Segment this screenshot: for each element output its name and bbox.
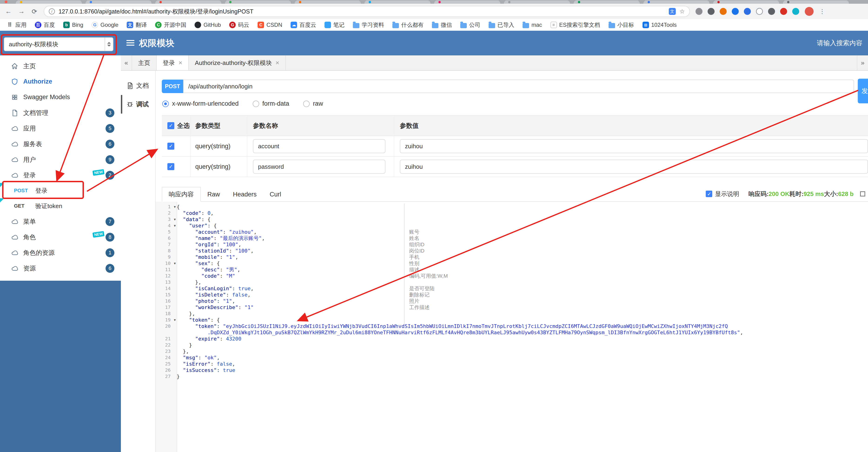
browser-tab[interactable] xyxy=(365,0,431,4)
doc-tab-home[interactable]: 主页 xyxy=(132,55,157,70)
ring-extension-icon[interactable] xyxy=(756,8,763,15)
content-type-option-2[interactable]: raw xyxy=(303,100,323,107)
fold-arrow-icon[interactable]: ▾ xyxy=(174,223,176,229)
browser-tab[interactable] xyxy=(644,0,710,4)
line-number[interactable]: 2 xyxy=(156,210,177,216)
doc-mode-debug[interactable]: 调试 xyxy=(121,95,155,114)
sidebar-api-post-login[interactable]: POST登录 xyxy=(0,183,121,198)
param-name-input[interactable] xyxy=(253,160,385,174)
browser-tab[interactable] xyxy=(783,0,849,4)
content-type-option-0[interactable]: x-www-form-urlencoded xyxy=(162,100,239,107)
sidebar-item-role[interactable]: 角色NEW8 xyxy=(0,229,121,245)
bookmark-item-3[interactable]: GGoogle xyxy=(92,22,118,28)
line-number[interactable]: 15 xyxy=(156,292,177,298)
doc-tab-login[interactable]: 登录× xyxy=(157,55,189,70)
grid-extension-icon[interactable] xyxy=(708,8,715,15)
orange-extension-icon[interactable] xyxy=(720,8,727,15)
browser-tab[interactable] xyxy=(434,0,500,4)
sidebar-api-get-verify-token[interactable]: GET验证token xyxy=(0,198,121,214)
param-value-input[interactable] xyxy=(400,160,868,174)
bookmark-item-7[interactable]: G码云 xyxy=(229,21,249,29)
bookmark-item-15[interactable]: 已导入 xyxy=(489,21,514,29)
line-number[interactable]: 23 xyxy=(156,348,177,355)
close-window-button[interactable] xyxy=(5,0,7,3)
line-number[interactable]: 19▾ xyxy=(156,317,177,323)
sidebar-item-menu[interactable]: 菜单7 xyxy=(0,214,121,229)
forward-icon[interactable]: → xyxy=(18,8,25,15)
response-tab-1[interactable]: Raw xyxy=(201,187,226,202)
line-number[interactable]: 17 xyxy=(156,304,177,310)
fold-arrow-icon[interactable]: ▾ xyxy=(174,317,176,323)
param-checkbox[interactable] xyxy=(167,143,174,150)
url-text[interactable]: 127.0.0.1:8760/api/gate/doc.html#/author… xyxy=(59,8,665,16)
sidebar-item-home[interactable]: 主页 xyxy=(0,58,121,74)
bookmark-item-14[interactable]: 公司 xyxy=(460,21,480,29)
bookmark-item-4[interactable]: 文翻译 xyxy=(127,21,147,29)
back-icon[interactable]: ← xyxy=(5,8,12,15)
red-extension-icon[interactable] xyxy=(780,8,787,15)
doc-mode-doc[interactable]: 文档 xyxy=(121,76,155,95)
header-search-input[interactable]: 请输入搜索内容 xyxy=(817,31,862,55)
sidebar-item-login-group[interactable]: 登录NEW2 xyxy=(0,167,121,183)
line-number[interactable]: 13 xyxy=(156,279,177,285)
hamburger-icon[interactable] xyxy=(126,43,134,43)
line-number[interactable]: 14 xyxy=(156,285,177,292)
blue-extension-icon[interactable] xyxy=(732,8,739,15)
sidebar-item-service-table[interactable]: 服务表6 xyxy=(0,136,121,152)
fold-arrow-icon[interactable]: ▾ xyxy=(174,216,176,223)
line-number[interactable]: 6 xyxy=(156,235,177,242)
line-number[interactable]: 25 xyxy=(156,361,177,367)
json-extension-icon[interactable] xyxy=(744,8,751,15)
line-number[interactable]: 16 xyxy=(156,298,177,304)
fold-arrow-icon[interactable]: ▾ xyxy=(174,204,176,210)
browser-tab[interactable] xyxy=(225,0,291,4)
line-number[interactable]: 10▾ xyxy=(156,260,177,266)
panel-extension-icon[interactable] xyxy=(695,8,703,15)
line-number[interactable]: 26 xyxy=(156,367,177,373)
sidebar-item-resource[interactable]: 资源6 xyxy=(0,260,121,276)
line-number[interactable]: 22 xyxy=(156,342,177,348)
bookmark-item-0[interactable]: ⠿应用 xyxy=(6,21,27,29)
reload-icon[interactable]: ⟳ xyxy=(31,8,38,16)
browser-tab[interactable] xyxy=(504,0,570,4)
line-number[interactable]: 8 xyxy=(156,248,177,254)
line-number[interactable]: 27 xyxy=(156,373,177,379)
browser-tab[interactable] xyxy=(295,0,361,4)
request-url-input[interactable] xyxy=(183,80,854,93)
line-number[interactable]: 12 xyxy=(156,273,177,279)
param-value-input[interactable] xyxy=(400,139,868,153)
browser-tab[interactable] xyxy=(574,0,640,4)
bookmark-item-17[interactable]: ≡ES搜索引擎文档 xyxy=(551,21,600,29)
browser-menu-icon[interactable]: ⋮ xyxy=(819,8,825,15)
line-number[interactable]: 24 xyxy=(156,355,177,361)
sidebar-item-user[interactable]: 用户9 xyxy=(0,152,121,167)
response-editor[interactable]: 1▾{2 "code": 0,3▾ "data": {4▾ "user": {5… xyxy=(156,202,868,452)
profile-avatar[interactable] xyxy=(805,7,814,16)
response-tab-2[interactable]: Headers xyxy=(226,187,263,202)
translate-icon[interactable]: 文 xyxy=(669,8,676,15)
line-number[interactable]: 5 xyxy=(156,229,177,235)
sidebar-item-application[interactable]: 应用5 xyxy=(0,120,121,136)
content-type-option-1[interactable]: form-data xyxy=(253,100,289,107)
bookmark-item-8[interactable]: CCSDN xyxy=(257,22,282,28)
sidebar-item-doc-manage[interactable]: 文档管理3 xyxy=(0,105,121,120)
line-number[interactable]: 4▾ xyxy=(156,223,177,229)
bookmark-item-18[interactable]: 小目标 xyxy=(609,21,634,29)
tabs-scroll-right-icon[interactable]: » xyxy=(857,55,868,70)
browser-tab[interactable] xyxy=(155,0,221,4)
address-bar[interactable]: i 127.0.0.1:8760/api/gate/doc.html#/auth… xyxy=(44,6,690,17)
bookmark-item-11[interactable]: 学习资料 xyxy=(353,21,384,29)
line-number[interactable]: 18 xyxy=(156,310,177,317)
select-all-checkbox[interactable] xyxy=(167,122,174,129)
site-info-icon[interactable]: i xyxy=(49,8,55,15)
bookmark-item-19[interactable]: ⊞1024Tools xyxy=(643,22,677,28)
bookmark-star-icon[interactable]: ☆ xyxy=(680,8,685,15)
line-number[interactable]: 9 xyxy=(156,254,177,260)
radio-icon[interactable] xyxy=(253,101,259,107)
bookmark-item-9[interactable]: ☁百度云 xyxy=(290,21,316,29)
line-number[interactable]: 7 xyxy=(156,242,177,248)
fold-arrow-icon[interactable]: ▾ xyxy=(174,260,176,266)
sidebar-item-swagger-models[interactable]: Swagger Models xyxy=(0,89,121,105)
show-desc-checkbox[interactable] xyxy=(706,191,712,197)
module-select[interactable]: authority-权限模块 xyxy=(4,37,114,51)
